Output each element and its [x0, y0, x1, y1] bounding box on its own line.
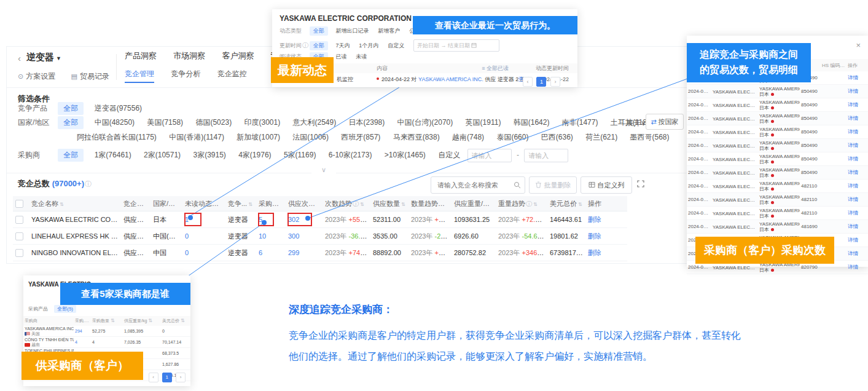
buyer-name[interactable]: YASKAWA AMERICA INC.美国 [23, 326, 74, 336]
delete-link[interactable]: 删除 [585, 215, 616, 224]
detail-link[interactable]: 详情 [846, 237, 865, 244]
filter-all-pill[interactable]: 全部 [310, 41, 328, 50]
filter-all-pill[interactable]: 全部 [310, 26, 328, 36]
filter-1month[interactable]: 1个月内 [359, 42, 378, 50]
buyers-count-link[interactable]: 10 [256, 232, 286, 240]
buyer-name[interactable]: YASKAWA AMERICA INC.日本 [758, 221, 800, 232]
tab-competition-analysis[interactable]: 竞争分析 [171, 69, 200, 82]
supplier-name[interactable]: YASKAWA ELECTRIC CORP... [711, 89, 758, 95]
filter-all-pill[interactable]: 全部 [58, 102, 84, 115]
purchase-count-link[interactable]: 294 [74, 329, 91, 333]
col-weight-trend[interactable]: 重量趋势ⓘ⇅ [496, 199, 547, 208]
country-filter[interactable]: 韩国(1642) [514, 117, 550, 128]
detail-link[interactable]: 详情 [846, 101, 865, 109]
sortable-col[interactable]: 采购数量⇅ [91, 318, 123, 324]
col-usd[interactable]: 美元总价⇅ [547, 199, 585, 208]
filter-unread[interactable]: 未读 [356, 53, 367, 61]
tab-competitor-monitor[interactable]: 竞企监控 [217, 69, 247, 82]
custom-columns-button[interactable]: 自定义列 [581, 176, 632, 194]
delete-link[interactable]: 删除 [585, 232, 616, 241]
buyer-name[interactable]: YASKAWA AMERICA INC.日本 [758, 99, 800, 111]
sort-icon[interactable]: ⇅ [360, 202, 364, 207]
prev-page-button[interactable]: ‹ [149, 373, 158, 382]
buyer-name[interactable]: YASKAWA AMERICA INC.日本 [758, 140, 800, 151]
col-product[interactable]: 竞争...⇅ [225, 199, 256, 208]
expand-link[interactable]: 展开∨ [626, 118, 646, 128]
detail-link[interactable]: 详情 [846, 210, 865, 217]
buyer-count-filter[interactable]: 6-10家(2173) [329, 150, 372, 160]
product-filter[interactable]: 逆变器(97556) [95, 103, 142, 114]
country-filter[interactable]: 越南(748) [452, 132, 484, 143]
country-filter[interactable]: 泰国(660) [496, 132, 528, 143]
filter-all-pill[interactable]: 全部 [58, 116, 84, 129]
col-qty-trend[interactable]: 数量趋势ⓘ⇅ [409, 199, 452, 208]
detail-link[interactable]: 详情 [846, 128, 865, 136]
filter-new-customer[interactable]: 新增客户 [378, 27, 400, 35]
supplier-name[interactable]: YASKAWA ELECTRIC CORP... [711, 129, 758, 135]
buyer-count-filter[interactable]: 4家(1976) [238, 150, 271, 160]
buyer-name[interactable]: YASKAWA AMERICA INC.日本 [758, 194, 800, 205]
supplier-name[interactable]: YASKAWA ELECTRIC CORP... [711, 197, 758, 203]
custom-label[interactable]: 自定义 [438, 151, 460, 159]
buyer-max-input[interactable]: 请输入 [524, 149, 568, 162]
buyer-count-filter[interactable]: 3家(3915) [193, 150, 225, 160]
country-filter[interactable]: 西班牙(857) [341, 132, 380, 143]
tab-customer-insight[interactable]: 客户洞察 [222, 50, 254, 64]
sort-icon[interactable]: ⇅ [533, 202, 538, 207]
detail-link[interactable]: 详情 [846, 250, 865, 258]
buyer-name[interactable]: YASKAWA AMERICA INC.日本 [758, 126, 800, 138]
detail-link[interactable]: 详情 [846, 196, 865, 203]
supplier-name[interactable]: YASKAWA ELECTRIC CORP... [711, 116, 758, 122]
buyer-name[interactable]: CÔNG TY TNHH ĐIỆN TỬ UMC VIỆT NAM越南 [23, 338, 74, 347]
detail-link[interactable]: 详情 [846, 264, 865, 271]
buyer-name[interactable]: YASKAWA AMERICA INC.日本 [758, 85, 800, 97]
country-filter[interactable]: 印度(3001) [244, 117, 280, 128]
collapse-chevron[interactable]: ∨ [311, 166, 336, 174]
supplier-name[interactable]: YASKAWA ELECTRIC CORP... [711, 170, 758, 176]
sort-icon[interactable]: ⇅ [578, 202, 582, 207]
col-count-trend[interactable]: 次数趋势ⓘ⇅ [323, 199, 370, 208]
select-all-checkbox[interactable] [15, 200, 23, 208]
back-icon[interactable]: ‹ [18, 53, 21, 63]
supplier-name[interactable]: YASKAWA ELECTRIC CORP... [711, 183, 758, 189]
country-filter[interactable]: 荷兰(621) [585, 132, 617, 143]
competitor-name[interactable]: LINEHAUL EXPRESS HK LTD [29, 232, 121, 240]
competitor-name[interactable]: NINGBO INNOVATION ELECTRONI [29, 249, 121, 256]
filter-read[interactable]: 已读 [336, 53, 347, 61]
batch-delete-button[interactable]: 批量删除 [529, 176, 577, 194]
country-filter[interactable]: 马来西亚(838) [393, 132, 440, 143]
detail-link[interactable]: 详情 [846, 88, 865, 95]
buyer-name[interactable]: YASKAWA AMERICA INC.日本 [758, 113, 800, 124]
supplier-name[interactable]: YASKAWA ELECTRIC CORP... [711, 264, 758, 271]
detail-link[interactable]: 详情 [846, 74, 865, 82]
next-page-button[interactable]: › [176, 373, 186, 382]
search-input[interactable] [436, 178, 511, 192]
col-buyers[interactable]: 采购商ⓘ⇅ [256, 199, 286, 208]
buyer-min-input[interactable]: 请输入 [467, 149, 512, 162]
supplier-name[interactable]: YASKAWA ELECTRIC CORP... [711, 143, 758, 149]
col-name[interactable]: 竞企名称⇅ [29, 199, 121, 208]
col-supply-count[interactable]: 供应次数ⓘ⇅ [286, 199, 323, 208]
supplier-name[interactable]: YASKAWA ELECTRIC CORP... [711, 210, 758, 216]
buyer-count-filter[interactable]: >10家(1465) [385, 150, 426, 160]
detail-link[interactable]: 详情 [846, 183, 865, 190]
sort-icon[interactable]: ⇅ [60, 202, 64, 207]
filter-7days[interactable]: 7天内 [336, 42, 350, 50]
mark-all-read[interactable]: ≡ 全部已读 [482, 63, 509, 73]
supply-count-link[interactable]: 300 [286, 232, 323, 240]
supply-count-link[interactable]: 299 [286, 249, 323, 256]
sortable-col[interactable]: 供应重量/kg⇅ [123, 318, 161, 324]
buyer-name[interactable]: YASKAWA AMERICA INC.日本 [758, 180, 800, 192]
tab-competitor-manage[interactable]: 竞企管理 [125, 69, 154, 83]
buyers-count-link[interactable]: 6 [256, 249, 286, 256]
next-page-button[interactable]: › [550, 77, 560, 87]
country-filter[interactable]: 德国(5023) [195, 117, 232, 128]
country-filter[interactable]: 美国(7158) [147, 117, 183, 128]
detail-link[interactable]: 详情 [846, 142, 865, 149]
by-country-button[interactable]: ⇄按国家 [646, 114, 684, 130]
buyer-count-filter[interactable]: 5家(1169) [284, 150, 316, 160]
prev-page-button[interactable]: ‹ [523, 77, 533, 87]
country-filter[interactable]: 中国(48250) [95, 117, 135, 128]
buyer-name[interactable]: YASKAWA AMERICA INC.日本 [758, 207, 800, 219]
sortable-col[interactable]: 美元总价⇅ [161, 318, 188, 324]
